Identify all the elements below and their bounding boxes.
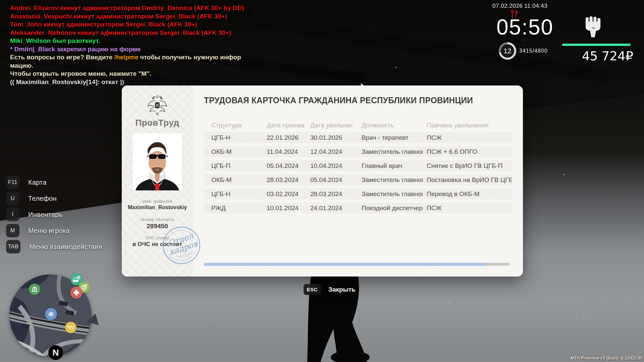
scrollbar-thumb[interactable]: [204, 263, 485, 266]
health-bar: [562, 44, 631, 46]
keybind-label: Телефон: [28, 195, 57, 202]
close-hint[interactable]: ESC Закрыть: [304, 284, 356, 295]
col-header: Дата увольнени: [310, 122, 353, 129]
structure-cell: РЖД: [211, 202, 262, 214]
help-command: /helpme: [114, 54, 139, 61]
chat-line-help: Есть вопросы по игре? Введите /helpme чт…: [10, 53, 244, 62]
keybind-interaction-menu: TAB Меню взаимодействия: [6, 240, 102, 253]
org-name: ПровТруд: [122, 118, 193, 128]
position-cell: Заместитель главног: [362, 146, 423, 157]
bank-icon: [29, 284, 40, 295]
keybind-label: Меню игрока: [28, 227, 70, 235]
chat-line: Tom_John кикнут администратором Sergei_B…: [10, 20, 244, 29]
fire-reason-cell: Снятие с ВрИО ГВ ЦГБ-П: [427, 160, 512, 171]
fire-date-cell: 05.04.2024: [310, 174, 353, 185]
fire-date-cell: 28.03.2024: [310, 188, 353, 199]
employment-row[interactable]: ЦГБ-Н 22.01.2026 30.01.2026 Врач - терап…: [204, 132, 513, 143]
game-screen: Andrei_Elizarov кикнут администратором D…: [0, 0, 644, 362]
structure-cell: ЦГБ-Н: [211, 132, 262, 143]
fire-date-cell: 10.04.2024: [310, 160, 353, 171]
level-value: 12: [501, 44, 514, 58]
keybind-label: Инвентарь: [28, 211, 62, 219]
chat-line: Andrei_Elizarov кикнут администратором D…: [10, 4, 244, 12]
table-header-row: Структура Дата приема Дата увольнени Дол…: [204, 122, 513, 129]
hire-date-cell: 11.04.2024: [267, 146, 308, 157]
citizen-photo: [133, 133, 182, 190]
keybind-label: Меню взаимодействия: [29, 243, 102, 251]
fire-reason-cell: ПСЖ + 6.6 ОПГО: [427, 146, 512, 157]
key-tab-badge: TAB: [6, 240, 20, 253]
key-u-badge: U: [6, 192, 19, 205]
fire-date-cell: 30.01.2026: [310, 132, 353, 143]
taxi-icon: [65, 322, 76, 333]
chat-line: Anastasia_Vespuchi кикнут администраторо…: [10, 12, 244, 21]
key-i-badge: I: [6, 208, 19, 221]
col-header: Дата приема: [267, 122, 308, 129]
position-cell: Врач - терапевт: [362, 132, 423, 143]
chat-line: * Dmitrij_Black закрепил рацию на форме: [10, 45, 244, 54]
chat-line: Aleksander_Nefronov кикнут администратор…: [10, 29, 244, 37]
position-cell: Поездной диспетчер: [362, 202, 423, 214]
fire-date-cell: 12.04.2024: [310, 146, 353, 157]
keybind-player-menu: M Меню игрока: [6, 224, 70, 237]
name-label: Имя, фамилия: [122, 199, 193, 204]
position-cell: Главный врач: [362, 160, 423, 171]
horizontal-scrollbar[interactable]: [204, 263, 510, 266]
chat-line: Чтобы открыть игровое меню, нажмите "M".: [10, 70, 244, 78]
employment-row[interactable]: ЦГБ-Н 03.02.2024 28.03.2024 Заместитель …: [204, 188, 513, 199]
fire-date-cell: 24.01.2024: [310, 202, 353, 214]
fist-icon: [584, 16, 602, 38]
employment-row[interactable]: ЦГБ-П 05.04.2024 10.04.2024 Главный врач…: [204, 160, 513, 171]
chat-line-ooc: (( Maximilian_Rostovskiy[14]: откат )): [10, 78, 244, 86]
game-clock: 05:50: [496, 15, 553, 40]
help-text-post: чтобы получить нужную инфор: [138, 54, 241, 61]
citizen-name: Maximilian_Rostovskiy: [122, 204, 193, 210]
key-m-badge: M: [6, 224, 19, 237]
fire-reason-cell: Перевод в ОКБ-М: [427, 188, 512, 199]
level-progress-ring: 12: [499, 42, 516, 60]
employment-row[interactable]: ОКБ-М 28.03.2024 05.04.2024 Заместитель …: [204, 174, 513, 185]
esc-key-badge[interactable]: ESC: [304, 284, 321, 295]
structure-cell: ОКБ-М: [211, 174, 262, 185]
position-cell: Заместитель главног: [362, 188, 423, 199]
server-build-label: MTA Province #3 (build: 6.12422.9): [571, 356, 642, 361]
employment-row[interactable]: РЖД 10.01.2024 24.01.2024 Поездной диспе…: [204, 202, 513, 214]
employment-row[interactable]: ОКБ-М 11.04.2024 12.04.2024 Заместитель …: [204, 146, 513, 157]
double-eagle-emblem-icon: [147, 95, 168, 116]
position-cell: Заместитель главног: [362, 174, 423, 185]
keybind-label: Карта: [28, 179, 47, 186]
keybind-map: F11 Карта: [6, 176, 47, 189]
fire-reason-cell: Постановка на ВрИО ГВ ЦГБ: [427, 174, 512, 185]
server-datetime: 07.02.2026 11:04:43: [492, 3, 553, 9]
fire-reason-cell: ПСЖ: [427, 132, 512, 143]
xp-counter: 3415/4800: [519, 48, 548, 54]
hire-date-cell: 22.01.2026: [267, 132, 308, 143]
keybind-inventory: I Инвентарь: [6, 208, 62, 221]
passport-label: Номер паспорта: [122, 217, 193, 222]
structure-cell: ЦГБ-П: [211, 160, 262, 171]
close-label: Закрыть: [328, 286, 356, 293]
structure-cell: ОКБ-М: [211, 146, 262, 157]
chat-line-help-wrap: мацию.: [10, 62, 244, 70]
compass-north-badge: N: [48, 345, 63, 360]
hire-date-cell: 05.04.2024: [267, 160, 308, 171]
labor-card-window: ПровТруд Имя, фамилия Maximilian_Rostovs…: [122, 85, 523, 277]
col-header: Должность: [362, 122, 423, 129]
minimap[interactable]: N: [9, 275, 92, 357]
keybind-phone: U Телефон: [6, 192, 57, 205]
structure-cell: ЦГБ-Н: [211, 188, 262, 199]
hospital-icon: [70, 287, 83, 299]
help-text-pre: Есть вопросы по игре? Введите: [10, 54, 114, 61]
chat-log: Andrei_Elizarov кикнут администратором D…: [10, 4, 244, 86]
hire-date-cell: 03.02.2024: [267, 188, 308, 199]
hire-date-cell: 28.03.2024: [267, 174, 308, 185]
metro-icon: [45, 308, 57, 320]
money-counter: 45 724₽: [557, 49, 633, 63]
col-header: Структура: [211, 122, 262, 129]
key-f11-badge: F11: [6, 176, 19, 189]
fire-reason-cell: ПСЖ: [427, 202, 512, 214]
hire-date-cell: 10.01.2024: [267, 202, 308, 214]
card-title: ТРУДОВАЯ КАРТОЧКА ГРАЖДАНИНА РЕСПУБЛИКИ …: [204, 96, 473, 105]
chat-line: Miki_Whilson был разоткнут.: [10, 37, 244, 45]
col-header: Причина увольнения: [427, 122, 512, 129]
